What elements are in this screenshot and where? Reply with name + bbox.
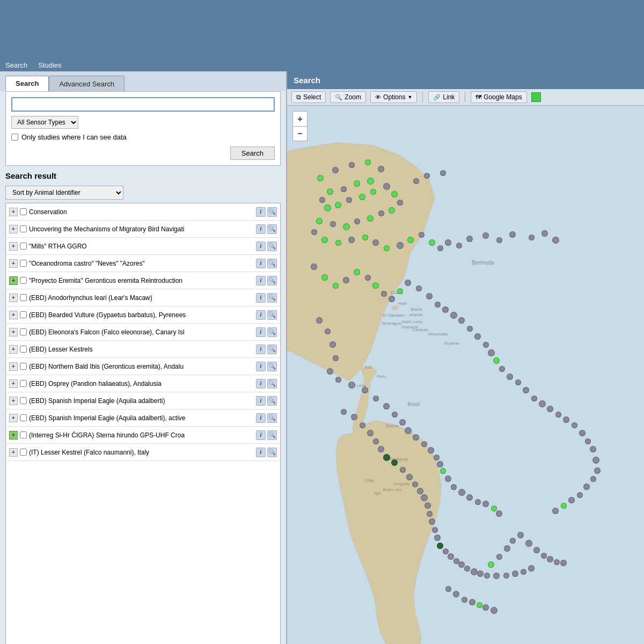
info-icon[interactable]: i: [256, 293, 266, 303]
search-input[interactable]: [11, 97, 275, 112]
select-tool-button[interactable]: ⧉ Select: [291, 91, 326, 103]
expand-button[interactable]: +: [9, 328, 18, 336]
expand-button[interactable]: +: [9, 225, 18, 233]
menu-studies[interactable]: Studies: [38, 61, 61, 69]
svg-text:Saint Lucia: Saint Lucia: [401, 319, 423, 324]
item-checkbox[interactable]: [20, 243, 27, 250]
item-checkbox[interactable]: [20, 294, 27, 301]
svg-text:El Salvador: El Salvador: [383, 313, 405, 318]
info-icon[interactable]: i: [256, 413, 266, 423]
sensor-row: All Sensor Types: [11, 116, 275, 129]
magnify-icon[interactable]: 🔍: [267, 413, 277, 423]
list-item: +(EBD) Osprey (Pandion haliaeatus), Anda…: [6, 375, 280, 392]
magnify-icon[interactable]: 🔍: [267, 327, 277, 337]
info-icon[interactable]: i: [256, 207, 266, 217]
green-indicator: [531, 92, 541, 102]
magnify-icon[interactable]: 🔍: [267, 293, 277, 303]
magnify-icon[interactable]: 🔍: [267, 345, 277, 354]
item-icons: i🔍: [256, 327, 277, 337]
item-checkbox[interactable]: [20, 397, 27, 404]
tab-search[interactable]: Search: [5, 76, 49, 91]
map-svg: Bermuda Cuba Haiti British Islands El Sa…: [287, 106, 644, 644]
expand-button[interactable]: +: [9, 294, 18, 302]
link-button[interactable]: 🔗 Link: [428, 91, 459, 103]
item-checkbox[interactable]: [20, 328, 27, 335]
map-area[interactable]: Bermuda Cuba Haiti British Islands El Sa…: [287, 106, 644, 644]
magnify-icon[interactable]: 🔍: [267, 207, 277, 217]
expand-button[interactable]: +: [9, 208, 18, 216]
magnify-icon[interactable]: 🔍: [267, 362, 277, 371]
tab-advanced-search[interactable]: Advanced Search: [49, 76, 125, 91]
search-button[interactable]: Search: [230, 147, 275, 160]
expand-button[interactable]: +: [9, 345, 18, 354]
info-icon[interactable]: i: [256, 241, 266, 251]
zoom-tool-button[interactable]: 🔍 Zoom: [330, 91, 366, 103]
magnify-icon[interactable]: 🔍: [267, 396, 277, 406]
magnify-icon[interactable]: 🔍: [267, 379, 277, 389]
info-icon[interactable]: i: [256, 448, 266, 457]
item-name: (EBD) Northern Bald Ibis (Geronticus ere…: [29, 363, 254, 370]
expand-button[interactable]: +: [9, 259, 18, 268]
list-item: +(EBD) Spanish Imperial Eagle (Aquila ad…: [6, 392, 280, 409]
item-checkbox[interactable]: [20, 449, 27, 456]
expand-button[interactable]: +: [9, 431, 18, 440]
info-icon[interactable]: i: [256, 327, 266, 337]
svg-text:Cuba: Cuba: [391, 290, 403, 295]
expand-button[interactable]: +: [9, 448, 18, 457]
expand-button[interactable]: +: [9, 397, 18, 405]
magnify-icon[interactable]: 🔍: [267, 430, 277, 440]
expand-button[interactable]: +: [9, 414, 18, 422]
info-icon[interactable]: i: [256, 276, 266, 286]
list-item: +(EBD) Anodorhynchus leari (Lear's Macaw…: [6, 289, 280, 306]
expand-button[interactable]: +: [9, 362, 18, 371]
item-checkbox[interactable]: [20, 260, 27, 267]
item-icons: i🔍: [256, 362, 277, 371]
list-item: +(Interreg Si-Hr ČIGRA) Sterna hirundo G…: [6, 427, 280, 444]
item-name: (EBD) Bearded Vulture (Gypaetus barbatus…: [29, 311, 254, 319]
expand-button[interactable]: +: [9, 276, 18, 285]
magnify-icon[interactable]: 🔍: [267, 448, 277, 457]
sensor-type-select[interactable]: All Sensor Types: [11, 116, 78, 129]
item-checkbox[interactable]: [20, 431, 27, 438]
item-name: (Interreg Si-Hr ČIGRA) Sterna hirundo GP…: [29, 431, 254, 439]
item-checkbox[interactable]: [20, 380, 27, 387]
info-icon[interactable]: i: [256, 224, 266, 234]
list-item: +(EBD) Eleonora's Falcon (Falco eleonora…: [6, 324, 280, 341]
info-icon[interactable]: i: [256, 259, 266, 268]
item-icons: i🔍: [256, 413, 277, 423]
magnify-icon[interactable]: 🔍: [267, 310, 277, 320]
item-checkbox[interactable]: [20, 311, 27, 318]
zoom-out-button[interactable]: −: [292, 126, 308, 141]
svg-text:Haiti: Haiti: [398, 301, 407, 306]
data-visibility-checkbox[interactable]: [11, 134, 18, 141]
item-checkbox[interactable]: [20, 277, 27, 284]
expand-button[interactable]: +: [9, 379, 18, 388]
info-icon[interactable]: i: [256, 379, 266, 389]
info-icon[interactable]: i: [256, 345, 266, 354]
list-item: +(EBD) Spanish Imperial Eagle (Aquila ad…: [6, 409, 280, 427]
item-checkbox[interactable]: [20, 346, 27, 353]
sort-select[interactable]: Sort by Animal Identifier Sort by Study …: [5, 186, 123, 200]
info-icon[interactable]: i: [256, 430, 266, 440]
zoom-in-button[interactable]: +: [292, 111, 308, 126]
item-checkbox[interactable]: [20, 225, 27, 232]
google-maps-label: Google Maps: [484, 93, 522, 101]
expand-button[interactable]: +: [9, 242, 18, 251]
info-icon[interactable]: i: [256, 362, 266, 371]
expand-button[interactable]: +: [9, 311, 18, 319]
list-item: +(EBD) Northern Bald Ibis (Geronticus er…: [6, 358, 280, 375]
right-panel: Search ⧉ Select 🔍 Zoom 👁 Options ▼ 🔗 Lin…: [287, 71, 644, 644]
magnify-icon[interactable]: 🔍: [267, 259, 277, 268]
item-checkbox[interactable]: [20, 208, 27, 215]
magnify-icon[interactable]: 🔍: [267, 276, 277, 286]
magnify-icon[interactable]: 🔍: [267, 241, 277, 251]
menu-search[interactable]: Search: [5, 61, 27, 69]
info-icon[interactable]: i: [256, 396, 266, 406]
item-checkbox[interactable]: [20, 414, 27, 421]
item-checkbox[interactable]: [20, 363, 27, 370]
options-button[interactable]: 👁 Options ▼: [370, 91, 417, 103]
google-maps-button[interactable]: 🗺 Google Maps: [471, 91, 526, 103]
magnify-icon[interactable]: 🔍: [267, 224, 277, 234]
info-icon[interactable]: i: [256, 310, 266, 320]
item-icons: i🔍: [256, 448, 277, 457]
